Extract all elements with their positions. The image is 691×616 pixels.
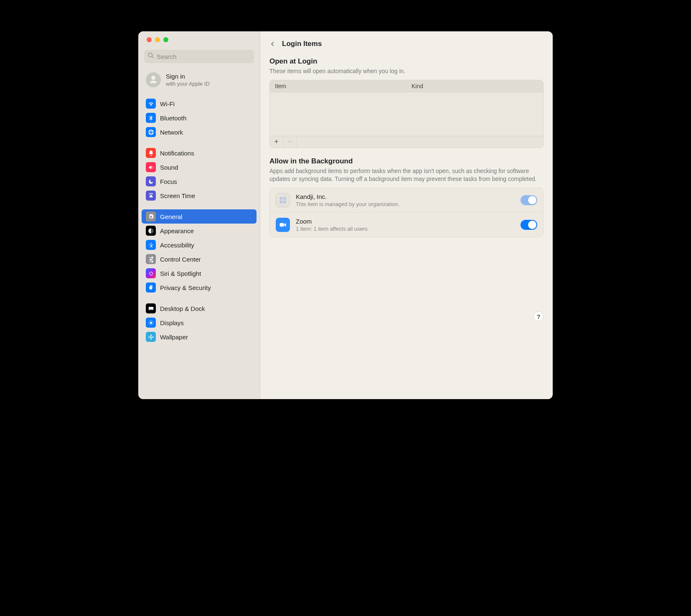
sidebar-item-general[interactable]: General xyxy=(142,209,257,224)
search-input[interactable] xyxy=(157,53,251,60)
sidebar-item-label: Bluetooth xyxy=(160,115,186,122)
bg-item-subtitle: This item is managed by your organizatio… xyxy=(296,201,521,207)
avatar xyxy=(146,72,161,87)
moon-icon xyxy=(146,176,156,186)
sidebar-item-network[interactable]: Network xyxy=(142,125,257,139)
sidebar-item-label: Sound xyxy=(160,164,178,171)
sidebar-item-wifi[interactable]: Wi-Fi xyxy=(142,97,257,111)
column-kind[interactable]: Kind xyxy=(406,80,543,92)
svg-point-6 xyxy=(150,338,151,339)
app-icon xyxy=(276,193,290,207)
bluetooth-icon xyxy=(146,113,156,123)
dock-icon xyxy=(146,303,156,313)
background-items-list: Kandji, Inc. This item is managed by you… xyxy=(269,188,544,237)
svg-rect-10 xyxy=(283,197,286,200)
hand-icon xyxy=(146,283,156,293)
siri-icon xyxy=(146,268,156,278)
sidebar-item-label: Control Center xyxy=(160,256,201,263)
sidebar: Sign in with your Apple ID Wi-Fi Bluetoo… xyxy=(138,31,260,399)
sliders-icon xyxy=(146,254,156,264)
help-button[interactable]: ? xyxy=(533,311,544,321)
sign-in-row[interactable]: Sign in with your Apple ID xyxy=(138,69,260,93)
section-desc: These items will open automatically when… xyxy=(269,67,544,76)
sidebar-item-appearance[interactable]: Appearance xyxy=(142,224,257,238)
close-window-button[interactable] xyxy=(147,37,152,42)
table-body xyxy=(270,92,543,136)
sidebar-item-privacy-security[interactable]: Privacy & Security xyxy=(142,280,257,295)
zoom-window-button[interactable] xyxy=(163,37,168,42)
table-header: Item Kind xyxy=(270,80,543,92)
add-item-button[interactable]: + xyxy=(270,136,283,148)
table-footer: + − xyxy=(270,136,543,148)
open-at-login-section: Open at Login These items will open auto… xyxy=(260,57,553,157)
sidebar-item-screen-time[interactable]: Screen Time xyxy=(142,188,257,203)
sidebar-list: Wi-Fi Bluetooth Network Notifications xyxy=(138,93,260,351)
sidebar-item-label: Privacy & Security xyxy=(160,284,211,291)
appearance-icon xyxy=(146,226,156,236)
svg-point-7 xyxy=(148,336,150,337)
sun-icon xyxy=(146,318,156,328)
sidebar-item-label: Notifications xyxy=(160,150,194,157)
bg-item-title: Kandji, Inc. xyxy=(296,193,521,200)
sidebar-item-label: Desktop & Dock xyxy=(160,305,205,312)
sidebar-item-focus[interactable]: Focus xyxy=(142,174,257,188)
sign-in-title: Sign in xyxy=(166,73,210,80)
sidebar-item-control-center[interactable]: Control Center xyxy=(142,252,257,266)
svg-rect-2 xyxy=(149,309,152,310)
svg-point-4 xyxy=(150,336,152,338)
settings-window: Sign in with your Apple ID Wi-Fi Bluetoo… xyxy=(138,31,553,399)
svg-rect-13 xyxy=(280,223,284,227)
sidebar-item-label: General xyxy=(160,213,182,220)
flower-icon xyxy=(146,332,156,342)
sidebar-item-sound[interactable]: Sound xyxy=(142,160,257,174)
svg-point-5 xyxy=(150,334,151,336)
section-title: Open at Login xyxy=(269,57,544,66)
search-icon xyxy=(147,52,157,61)
search-field[interactable] xyxy=(144,50,254,63)
bg-item-title: Zoom xyxy=(296,218,521,225)
svg-rect-9 xyxy=(280,197,283,200)
gear-icon xyxy=(146,211,156,221)
svg-rect-11 xyxy=(280,201,283,204)
main-content: Login Items Open at Login These items wi… xyxy=(260,31,553,399)
section-desc: Apps add background items to perform tas… xyxy=(269,167,544,183)
bell-icon xyxy=(146,148,156,158)
column-item[interactable]: Item xyxy=(270,80,406,92)
sidebar-item-siri-spotlight[interactable]: Siri & Spotlight xyxy=(142,266,257,280)
minimize-window-button[interactable] xyxy=(155,37,160,42)
window-controls xyxy=(138,37,260,50)
remove-item-button: − xyxy=(283,136,297,148)
sidebar-item-notifications[interactable]: Notifications xyxy=(142,146,257,160)
svg-point-8 xyxy=(152,336,153,337)
sidebar-item-label: Displays xyxy=(160,319,184,326)
svg-point-0 xyxy=(149,272,152,275)
back-button[interactable] xyxy=(267,38,279,50)
sidebar-item-label: Wi-Fi xyxy=(160,100,175,107)
svg-rect-12 xyxy=(283,201,286,204)
titlebar: Login Items xyxy=(260,36,553,57)
sidebar-item-accessibility[interactable]: Accessibility xyxy=(142,238,257,252)
bg-item-subtitle: 1 item: 1 item affects all users xyxy=(296,226,521,232)
sidebar-item-wallpaper[interactable]: Wallpaper xyxy=(142,330,257,344)
sidebar-item-label: Accessibility xyxy=(160,242,194,249)
wifi-icon xyxy=(146,99,156,109)
hourglass-icon xyxy=(146,191,156,201)
sidebar-item-label: Focus xyxy=(160,178,177,185)
page-title: Login Items xyxy=(282,40,322,48)
sidebar-item-desktop-dock[interactable]: Desktop & Dock xyxy=(142,301,257,316)
section-title: Allow in the Background xyxy=(269,157,544,165)
speaker-icon xyxy=(146,162,156,172)
sidebar-item-label: Network xyxy=(160,129,183,136)
toggle-kandji xyxy=(521,195,537,205)
svg-point-3 xyxy=(150,322,152,324)
background-item-zoom: Zoom 1 item: 1 item affects all users xyxy=(270,212,543,237)
sidebar-item-bluetooth[interactable]: Bluetooth xyxy=(142,111,257,125)
background-item-kandji: Kandji, Inc. This item is managed by you… xyxy=(270,188,543,212)
login-items-table: Item Kind + − xyxy=(269,80,544,148)
network-icon xyxy=(146,127,156,137)
sign-in-subtitle: with your Apple ID xyxy=(166,81,210,87)
sidebar-item-displays[interactable]: Displays xyxy=(142,316,257,330)
app-icon xyxy=(276,218,290,232)
toggle-zoom[interactable] xyxy=(521,220,537,230)
sidebar-item-label: Screen Time xyxy=(160,192,195,199)
